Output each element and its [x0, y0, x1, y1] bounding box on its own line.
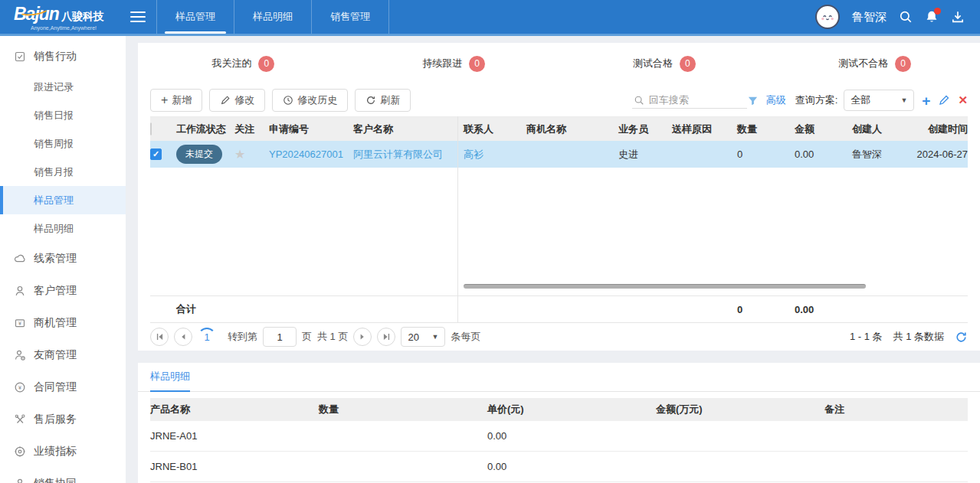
- stat-my-follow[interactable]: 我关注的 0: [138, 56, 349, 72]
- tab-sample-detail[interactable]: 样品明细: [234, 0, 312, 34]
- sales-cell: 史进: [618, 148, 672, 162]
- first-page-button[interactable]: [150, 328, 169, 346]
- download-icon[interactable]: [951, 10, 965, 24]
- col-header[interactable]: 创建人: [852, 122, 913, 136]
- person-gear-icon: [14, 349, 26, 361]
- sidebar-item-follow-records[interactable]: 跟进记录: [0, 73, 126, 101]
- col-header[interactable]: 工作流状态: [176, 122, 234, 136]
- query-plan-select[interactable]: 全部 ▼: [844, 90, 914, 111]
- stat-continuous-follow[interactable]: 持续跟进 0: [349, 56, 559, 72]
- current-page[interactable]: 1: [198, 328, 216, 346]
- sidebar-item-label: 售后服务: [34, 413, 77, 426]
- col-header[interactable]: 金额: [795, 122, 852, 136]
- topbar-tabs: 样品管理 样品明细 销售管理: [156, 0, 389, 34]
- col-header: 产品名称: [150, 403, 319, 416]
- sidebar-item-opportunities[interactable]: ¥ 商机管理: [0, 307, 126, 339]
- col-header[interactable]: 客户名称: [353, 122, 457, 136]
- col-header[interactable]: 送样原因: [672, 122, 737, 136]
- star-icon[interactable]: ★: [234, 148, 245, 161]
- sidebar-item-partners[interactable]: 友商管理: [0, 339, 126, 371]
- reload-icon[interactable]: [955, 331, 968, 344]
- stats-row: 我关注的 0 持续跟进 0 测试合格 0 测试不合格 0: [138, 43, 980, 84]
- totals-amount: 0.00: [795, 304, 852, 315]
- menu-icon[interactable]: [130, 8, 146, 25]
- add-button[interactable]: + 新增: [150, 89, 202, 112]
- query-plan-value: 全部: [851, 93, 870, 107]
- sidebar-item-sales-weekly[interactable]: 销售周报: [0, 129, 126, 158]
- stat-label: 我关注的: [211, 57, 251, 70]
- page-size-select[interactable]: 20 ▼: [401, 327, 445, 347]
- search-input[interactable]: [649, 94, 739, 106]
- chevron-down-icon: ▼: [432, 333, 439, 341]
- logo-tagline: Anyone,Anytime,Anywhere!: [14, 25, 129, 31]
- edit-button[interactable]: 修改: [209, 89, 265, 112]
- price-cell: 0.00: [487, 461, 656, 472]
- tab-sample-detail-sub[interactable]: 样品明细: [150, 370, 190, 392]
- advanced-search-link[interactable]: 高级: [766, 93, 786, 107]
- sidebar-item-label: 销售行动: [34, 50, 77, 64]
- bell-icon[interactable]: [925, 10, 939, 24]
- stat-test-pass[interactable]: 测试合格 0: [559, 56, 770, 72]
- sidebar-item-label: 跟进记录: [34, 80, 74, 94]
- product-name-cell: JRNE-B01: [150, 461, 319, 472]
- table-row[interactable]: ✓ 未提交 ★ YP20240627001 阿里云计算有限公司 高衫 史进 0 …: [150, 141, 968, 168]
- tab-sample-management[interactable]: 样品管理: [156, 0, 234, 34]
- apply-no-link[interactable]: YP20240627001: [269, 148, 343, 160]
- edit-history-button[interactable]: 修改历史: [272, 89, 348, 112]
- sidebar-item-sales-daily[interactable]: 销售日报: [0, 101, 126, 129]
- prev-page-button[interactable]: [174, 328, 192, 346]
- sidebar-item-contracts[interactable]: ¥ 合同管理: [0, 371, 126, 403]
- table-header-row: 工作流状态 关注 申请编号 客户名称 联系人 商机名称 业务员 送样原因 数量 …: [150, 116, 968, 141]
- sidebar-item-after-sales[interactable]: 售后服务: [0, 403, 126, 436]
- detail-tabbar: 样品明细: [138, 363, 980, 392]
- sidebar-item-sales-monthly[interactable]: 销售月报: [0, 158, 126, 186]
- tab-label: 销售管理: [330, 10, 370, 24]
- next-page-button[interactable]: [353, 328, 372, 346]
- sidebar-item-leads[interactable]: 线索管理: [0, 243, 126, 275]
- col-header[interactable]: 商机名称: [526, 122, 618, 136]
- last-page-button[interactable]: [377, 328, 395, 346]
- contact-link[interactable]: 高衫: [464, 148, 483, 160]
- sample-list-panel: 我关注的 0 持续跟进 0 测试合格 0 测试不合格 0 + 新增 修改 修改历…: [138, 43, 980, 351]
- sidebar-item-label: 合同管理: [34, 380, 77, 394]
- button-label: 修改历史: [297, 93, 337, 107]
- sidebar-item-customers[interactable]: 客户管理: [0, 275, 126, 307]
- sidebar-item-sample-detail[interactable]: 样品明细: [0, 214, 126, 243]
- clipboard-check-icon: [14, 51, 26, 63]
- goto-page-input[interactable]: [263, 327, 297, 347]
- sidebar-item-sample-management[interactable]: 样品管理: [0, 186, 126, 214]
- sidebar-item-sales-collab[interactable]: 销售协同: [0, 468, 126, 483]
- refresh-button[interactable]: 刷新: [355, 89, 411, 112]
- sample-table: 工作流状态 关注 申请编号 客户名称 联系人 商机名称 业务员 送样原因 数量 …: [138, 116, 980, 323]
- col-header[interactable]: 业务员: [618, 122, 672, 136]
- tab-sales-management[interactable]: 销售管理: [312, 0, 389, 34]
- search-icon[interactable]: [899, 10, 913, 24]
- detail-row[interactable]: JRNE-B01 0.00: [150, 452, 968, 482]
- status-badge[interactable]: 未提交: [176, 145, 222, 164]
- username[interactable]: 鲁智深: [852, 10, 887, 24]
- add-query-plan-icon[interactable]: +: [922, 93, 930, 108]
- avatar[interactable]: [815, 5, 840, 29]
- filter-funnel-icon[interactable]: [747, 95, 759, 106]
- col-header[interactable]: 数量: [737, 122, 795, 136]
- col-header[interactable]: 联系人: [457, 122, 526, 136]
- plus-icon: +: [161, 94, 168, 106]
- sidebar-item-sales-action[interactable]: 销售行动: [0, 41, 126, 73]
- col-header[interactable]: 关注: [234, 122, 269, 136]
- detail-header-row: 产品名称 数量 单价(元) 金额(万元) 备注: [150, 398, 968, 421]
- select-all-checkbox[interactable]: [150, 122, 152, 135]
- horizontal-scrollbar[interactable]: [464, 284, 866, 289]
- customer-link[interactable]: 阿里云计算有限公司: [353, 148, 443, 160]
- stat-test-fail[interactable]: 测试不合格 0: [769, 56, 980, 72]
- col-header[interactable]: 申请编号: [269, 122, 353, 136]
- detail-row[interactable]: JRNE-A01 0.00: [150, 421, 968, 452]
- col-header[interactable]: 创建时间: [913, 122, 968, 136]
- delete-query-plan-icon[interactable]: ✕: [958, 93, 968, 107]
- edit-query-plan-icon[interactable]: [938, 94, 950, 106]
- tab-label: 样品明细: [253, 10, 293, 24]
- row-checkbox[interactable]: ✓: [150, 148, 162, 160]
- sidebar-item-label: 商机管理: [34, 316, 77, 330]
- record-range: 1 - 1 条: [850, 330, 883, 344]
- sidebar-item-kpi[interactable]: 业绩指标: [0, 436, 126, 468]
- sidebar-item-label: 业绩指标: [34, 445, 77, 459]
